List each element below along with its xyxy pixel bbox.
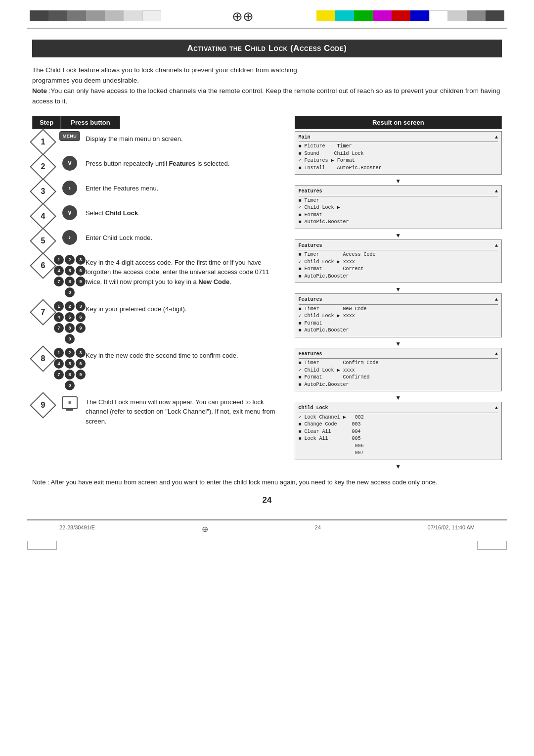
red-block [392,10,410,21]
blue-block [410,10,429,21]
crosshair-icon: ⊕ [232,9,246,23]
page-footer: 22-28/30491/E ⊕ 24 07/16/02, 11:40 AM [27,520,507,538]
gray-block-5 [105,10,124,21]
gray-block-1 [30,10,48,21]
gray-block-6 [124,10,142,21]
step-4-desc: Select Child Lock. [86,205,286,218]
two-column-layout: Step Press button 1 MENU Display the mai… [32,116,502,471]
gray-block-2 [48,10,67,21]
numpad-7: 1 2 3 4 5 6 7 8 9 0 [54,301,86,344]
step-7-desc: Key in your preferred code (4-digit). [86,301,286,314]
step-1-button: MENU [57,131,83,141]
step-9-button: ⊞ [57,394,83,409]
step-row-2: 2 ∨ Press button repeatedly until Featur… [32,156,286,178]
step-2-diamond: 2 [32,156,54,178]
intro-text: The Child Lock feature allows you to loc… [32,65,502,107]
ltgray-block [448,10,467,21]
footer-left: 22-28/30491/E [59,524,95,534]
color-blocks [316,10,504,21]
step-row-5: 5 › Enter Child Lock mode. [32,230,286,252]
step-8-diamond: 8 [32,348,54,370]
step-4-button: ∨ [57,205,83,220]
step-5-diamond: 5 [32,230,54,252]
steps-column: Step Press button 1 MENU Display the mai… [32,116,286,471]
mgray-block [467,10,486,21]
bottom-lines [0,541,534,550]
step-row-8: 8 1 2 3 4 5 6 7 8 9 0 [32,348,286,390]
result-header: Result on screen [295,116,502,129]
step-6-diamond: 6 [32,255,54,277]
step-4-diamond: 4 [32,205,54,227]
step-6-button: 1 2 3 4 5 6 7 8 9 0 [57,255,83,297]
screen-features-1: Features ▲ ■ Timer ✓ Child Lock ▶ ■ Form… [295,185,502,229]
bottom-line-left [27,541,57,550]
press-col-header: Press button [61,116,120,129]
top-color-bar: ⊕ [0,0,534,23]
main-content: Activating the Child Lock (Access Code) … [0,29,534,519]
result-column: Result on screen Main ▲ ■ Picture Timer … [295,116,502,471]
arrow-3: ▼ [295,286,502,293]
step-1-diamond: 1 [32,131,54,153]
dgray-block [486,10,504,21]
step-1-desc: Display the main menu on screen. [86,131,286,144]
white-block [429,10,448,21]
step-col-header: Step [32,116,61,129]
page-title: Activating the Child Lock (Access Code) [32,40,502,57]
screen-access-code: Features ▲ ■ Timer Access Code ✓ Child L… [295,239,502,284]
arrow-4: ▼ [295,340,502,347]
step-5-button: › [57,230,83,245]
page-number: 24 [32,495,502,505]
step-8-button: 1 2 3 4 5 6 7 8 9 0 [57,348,83,390]
step-row-6: 6 1 2 3 4 5 6 7 8 9 0 [32,255,286,297]
gray-block-7 [142,10,161,21]
footer-right: 07/16/02, 11:40 AM [428,524,475,534]
arrow-5: ▼ [295,394,502,401]
footer-note: Note : After you have exit menu from scr… [32,477,502,487]
arrow-1: ▼ [295,178,502,185]
cyan-block [335,10,354,21]
arrow-2: ▼ [295,232,502,239]
step-3-desc: Enter the Features menu. [86,181,286,193]
bottom-line-right [477,541,507,550]
step-9-desc: The Child Lock menu will now appear. You… [86,394,286,426]
step-5-desc: Enter Child Lock mode. [86,230,286,243]
gray-block-4 [86,10,105,21]
numpad-6: 1 2 3 4 5 6 7 8 9 0 [54,255,86,297]
step-row-1: 1 MENU Display the main menu on screen. [32,131,286,153]
magenta-block [373,10,392,21]
step-3-diamond: 3 [32,181,54,202]
step-header: Step Press button [32,116,286,129]
gray-blocks [30,10,161,21]
gray-block-3 [67,10,86,21]
step-row-9: 9 ⊞ The Child Lock menu will now appear.… [32,394,286,426]
step-row-4: 4 ∨ Select Child Lock. [32,205,286,227]
step-2-desc: Press button repeatedly until Features i… [86,156,286,169]
step-9-diamond: 9 [32,394,54,416]
step-7-button: 1 2 3 4 5 6 7 8 9 0 [57,301,83,344]
footer-center: 24 [315,524,321,534]
yellow-block [316,10,335,21]
arrow-6: ▼ [295,463,502,470]
step-7-diamond: 7 [32,301,54,323]
step-3-button: › [57,181,83,195]
screen-confirm-code: Features ▲ ■ Timer Confirm Code ✓ Child … [295,348,502,392]
step-row-7: 7 1 2 3 4 5 6 7 8 9 0 [32,301,286,344]
screen-child-lock-menu: Child Lock ▲ ✓ Lock Channel ▶ 002 ■ Chan… [295,402,502,460]
footer-crosshair: ⊕ [202,524,208,534]
step-6-desc: Key in the 4-digit access code. For the … [86,255,286,287]
crosshair-center: ⊕ [161,9,316,23]
numpad-8: 1 2 3 4 5 6 7 8 9 0 [54,348,86,390]
screen-new-code: Features ▲ ■ Timer New Code ✓ Child Lock… [295,293,502,337]
green-block [354,10,373,21]
step-8-desc: Key in the new code the second time to c… [86,348,286,361]
screen-main-menu: Main ▲ ■ Picture Timer ■ Sound Child Loc… [295,131,502,175]
step-row-3: 3 › Enter the Features menu. [32,181,286,202]
tv-icon: ⊞ [62,396,78,409]
step-2-button: ∨ [57,156,83,171]
